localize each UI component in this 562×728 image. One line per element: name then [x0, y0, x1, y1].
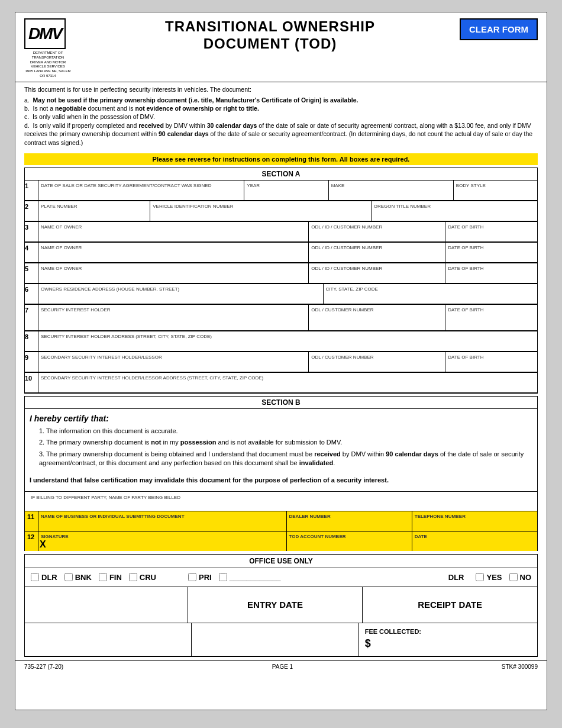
row2-vin-input[interactable] — [151, 209, 369, 220]
certify-item-3: 3. The primary ownership document is bei… — [39, 450, 532, 468]
row4-odl-cell: ODL / ID / CUSTOMER NUMBER — [309, 243, 445, 262]
header: DMV DEPARTMENT OF TRANSPORTATION DRIVER … — [15, 12, 547, 82]
row-9: 9 SECONDARY SECURITY INTEREST HOLDER/LES… — [25, 352, 537, 372]
office-use-section: OFFICE USE ONLY DLR BNK FIN CRU PR — [24, 554, 538, 657]
dmv-letters: DMV — [28, 24, 62, 43]
checkbox-dlr-1-input[interactable] — [31, 573, 39, 581]
row-8: 8 SECURITY INTEREST HOLDER ADDRESS (STRE… — [25, 331, 537, 352]
row1-year-input[interactable] — [246, 188, 327, 199]
row-8-num: 8 — [25, 331, 38, 351]
fee-entry-blank — [192, 623, 358, 656]
yellow-instructions-bar: Please see reverse for instructions on c… — [24, 153, 538, 165]
row2-plate-input[interactable] — [40, 209, 148, 220]
row-6-content: OWNERS RESIDENCE ADDRESS (HOUSE NUMBER, … — [38, 284, 537, 304]
row3-odl-input[interactable] — [310, 230, 444, 240]
row-10: 10 SECONDARY SECURITY INTEREST HOLDER/LE… — [25, 372, 537, 393]
subtitle: This document is for use in perfecting s… — [15, 82, 547, 95]
row-3-num: 3 — [25, 222, 38, 241]
row5-odl-input[interactable] — [310, 271, 444, 282]
checkbox-yes-input[interactable] — [476, 573, 484, 581]
row4-owner-input[interactable] — [40, 250, 307, 261]
row1-year-cell: YEAR — [244, 181, 328, 200]
checkbox-pri: PRI — [188, 573, 212, 582]
row-6-num: 6 — [25, 284, 38, 304]
row8-addr-cell: SECURITY INTEREST HOLDER ADDRESS (STREET… — [38, 331, 537, 351]
row-12: 12 SIGNATURE X TOD ACCOUNT NUMBER — [25, 531, 537, 551]
row-2-num: 2 — [25, 201, 38, 221]
notice-d: d. Is only valid if properly completed a… — [24, 121, 538, 147]
footer: 735-227 (7-20) PAGE 1 STK# 300099 — [15, 660, 547, 673]
certify-list: 1. The information on this document is a… — [25, 426, 537, 474]
row5-dob-input[interactable] — [447, 271, 536, 282]
row6-city-input[interactable] — [325, 292, 536, 302]
page-number: PAGE 1 — [272, 663, 293, 670]
row-11-num: 11 — [25, 511, 38, 531]
row3-odl-cell: ODL / ID / CUSTOMER NUMBER — [309, 222, 445, 241]
row3-owner-input[interactable] — [40, 230, 307, 240]
checkbox-fin-label: FIN — [109, 573, 122, 582]
row1-date-input[interactable] — [40, 188, 243, 199]
row9-dob-input[interactable] — [447, 360, 536, 371]
row-11: 11 NAME OF BUSINESS OR INDIVIDUAL SUBMIT… — [25, 511, 537, 531]
checkbox-fin-input[interactable] — [99, 573, 107, 581]
row-5-content: NAME OF OWNER ODL / ID / CUSTOMER NUMBER… — [38, 263, 537, 283]
row12-tod-cell: TOD ACCOUNT NUMBER — [287, 531, 412, 551]
row11-business-input[interactable] — [40, 519, 285, 530]
checkbox-no-input[interactable] — [509, 573, 518, 581]
checkbox-yes-label: YES — [486, 573, 502, 582]
row1-body-input[interactable] — [455, 188, 536, 199]
row9-holder-cell: SECONDARY SECURITY INTEREST HOLDER/LESSO… — [38, 352, 309, 372]
row1-make-input[interactable] — [330, 188, 452, 199]
row6-addr-input[interactable] — [40, 292, 322, 302]
notice-b: b. Is not a negotiable document and is n… — [24, 105, 538, 112]
row7-holder-cell: SECURITY INTEREST HOLDER — [38, 305, 309, 330]
row11-phone-input[interactable] — [414, 519, 536, 530]
row9-dob-cell: DATE OF BIRTH — [445, 352, 537, 372]
row3-dob-input[interactable] — [447, 230, 536, 240]
row6-addr-cell: OWNERS RESIDENCE ADDRESS (HOUSE NUMBER, … — [38, 284, 324, 304]
section-b-container: SECTION B I hereby certify that: 1. The … — [24, 396, 538, 551]
checkbox-bnk-input[interactable] — [64, 573, 73, 581]
row2-title-input[interactable] — [373, 209, 536, 220]
form-number: 735-227 (7-20) — [24, 663, 63, 670]
row7-odl-cell: ODL / CUSTOMER NUMBER — [309, 305, 445, 330]
fee-left-blank — [25, 623, 192, 656]
row11-dealer-cell: DEALER NUMBER — [287, 511, 412, 531]
row11-dealer-input[interactable] — [288, 519, 411, 530]
billing-input[interactable] — [30, 500, 532, 510]
row7-dob-input[interactable] — [447, 313, 536, 329]
row12-sig-input[interactable] — [49, 539, 285, 550]
row-9-content: SECONDARY SECURITY INTEREST HOLDER/LESSO… — [38, 352, 537, 372]
row12-tod-input[interactable] — [288, 539, 411, 550]
row-3: 3 NAME OF OWNER ODL / ID / CUSTOMER NUMB… — [25, 221, 537, 242]
checkbox-pri-input[interactable] — [188, 573, 196, 581]
page: DMV DEPARTMENT OF TRANSPORTATION DRIVER … — [15, 12, 547, 710]
checkbox-dlr-1-label: DLR — [41, 573, 57, 582]
row-10-num: 10 — [25, 373, 38, 392]
row7-holder-input[interactable] — [40, 313, 307, 329]
row5-owner-input[interactable] — [40, 271, 307, 282]
row9-holder-input[interactable] — [40, 360, 307, 371]
clear-form-button[interactable]: CLEAR FORM — [460, 18, 538, 40]
row8-addr-input[interactable] — [40, 339, 536, 350]
doc-title: TRANSITIONAL OWNERSHIP DOCUMENT (TOD) — [80, 18, 460, 53]
row4-odl-input[interactable] — [310, 250, 444, 261]
checkbox-cru-label: CRU — [140, 573, 156, 582]
row9-odl-input[interactable] — [310, 360, 444, 371]
row12-date-input[interactable] — [414, 539, 536, 550]
row-4-content: NAME OF OWNER ODL / ID / CUSTOMER NUMBER… — [38, 243, 537, 262]
checkbox-cru-input[interactable] — [129, 573, 137, 581]
checkbox-no: NO — [509, 573, 532, 582]
section-a-container: SECTION A 1 DATE OF SALE OR DATE SECURIT… — [24, 167, 538, 394]
row2-title-cell: OREGON TITLE NUMBER — [372, 201, 537, 221]
row4-dob-input[interactable] — [447, 250, 536, 261]
row10-addr-input[interactable] — [40, 381, 536, 391]
row2-plate-cell: PLATE NUMBER — [38, 201, 150, 221]
dmv-logo: DMV DEPARTMENT OF TRANSPORTATION DRIVER … — [24, 18, 72, 79]
row11-phone-cell: TELEPHONE NUMBER — [412, 511, 537, 531]
row7-odl-input[interactable] — [310, 313, 444, 329]
fee-right: FEE COLLECTED: $ — [359, 623, 537, 656]
checkbox-cru: CRU — [129, 573, 156, 582]
row-12-num: 12 — [25, 531, 38, 551]
checkbox-pri-blank-input[interactable] — [219, 573, 227, 581]
